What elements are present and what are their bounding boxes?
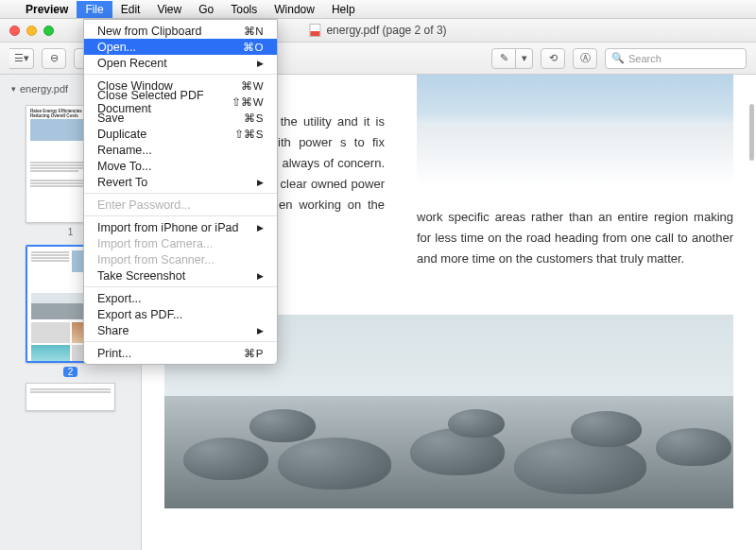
menu-item-import-from-camera: Import from Camera...	[84, 235, 277, 251]
page-thumbnail-3[interactable]	[26, 383, 115, 411]
menu-item-import-from-scanner: Import from Scanner...	[84, 251, 277, 267]
sidebar-toggle-button[interactable]: ☰▾	[9, 48, 34, 69]
menu-help[interactable]: Help	[323, 1, 364, 18]
menu-item-enter-password: Enter Password...	[84, 197, 277, 213]
scrollbar-indicator[interactable]	[749, 104, 754, 161]
search-icon: 🔍	[611, 52, 625, 64]
sidebar-view-group: ☰▾	[9, 48, 34, 69]
highlight-button[interactable]: ✎	[491, 48, 516, 69]
minimize-window-button[interactable]	[26, 26, 37, 36]
menu-item-rename[interactable]: Rename...	[84, 142, 277, 158]
thumbnail-number-2: 2	[8, 367, 133, 377]
menu-go[interactable]: Go	[190, 1, 222, 18]
menu-item-open[interactable]: Open...⌘O	[84, 39, 277, 55]
rotate-button[interactable]: ⟲	[541, 48, 565, 69]
menu-item-export[interactable]: Export...	[84, 290, 277, 306]
menu-window[interactable]: Window	[266, 1, 323, 18]
search-placeholder: Search	[628, 53, 662, 64]
window-title: energy.pdf (page 2 of 3)	[309, 24, 446, 37]
search-field[interactable]: 🔍 Search	[605, 48, 747, 69]
pdf-icon	[309, 24, 320, 37]
traffic-lights	[0, 26, 54, 36]
menu-item-open-recent[interactable]: Open Recent▶	[84, 55, 277, 71]
system-menubar: Preview File Edit View Go Tools Window H…	[0, 0, 756, 19]
right-column-text: work specific areas rather than an entir…	[417, 207, 733, 269]
menu-view[interactable]: View	[148, 1, 190, 18]
menu-item-import-from-iphone-or-ipad[interactable]: Import from iPhone or iPad▶	[84, 219, 277, 235]
menu-item-close-selected-pdf-document[interactable]: Close Selected PDF Document⇧⌘W	[84, 94, 277, 110]
highlight-menu-button[interactable]: ▾	[516, 48, 533, 69]
markup-toolbar-button[interactable]: Ⓐ	[573, 48, 597, 69]
zoom-out-button[interactable]: ⊖	[42, 48, 66, 69]
right-column: work specific areas rather than an entir…	[417, 75, 733, 269]
menu-item-duplicate[interactable]: Duplicate⇧⌘S	[84, 126, 277, 142]
menu-file[interactable]: File	[77, 1, 112, 18]
menu-item-share[interactable]: Share▶	[84, 322, 277, 338]
file-menu-dropdown: New from Clipboard⌘NOpen...⌘OOpen Recent…	[83, 19, 278, 365]
menu-item-export-as-pdf[interactable]: Export as PDF...	[84, 306, 277, 322]
mountain-image	[417, 75, 733, 186]
window-title-text: energy.pdf (page 2 of 3)	[326, 24, 446, 37]
menu-item-take-screenshot[interactable]: Take Screenshot▶	[84, 267, 277, 284]
markup-group: ✎ ▾	[491, 48, 533, 69]
close-window-button[interactable]	[9, 26, 20, 36]
menu-tools[interactable]: Tools	[222, 1, 266, 18]
menu-edit[interactable]: Edit	[112, 1, 149, 18]
menu-item-move-to[interactable]: Move To...	[84, 158, 277, 174]
menu-item-print[interactable]: Print...⌘P	[84, 345, 277, 361]
menu-item-revert-to[interactable]: Revert To▶	[84, 174, 277, 190]
maximize-window-button[interactable]	[43, 26, 54, 36]
app-name[interactable]: Preview	[17, 1, 77, 18]
menu-item-new-from-clipboard[interactable]: New from Clipboard⌘N	[84, 23, 277, 39]
